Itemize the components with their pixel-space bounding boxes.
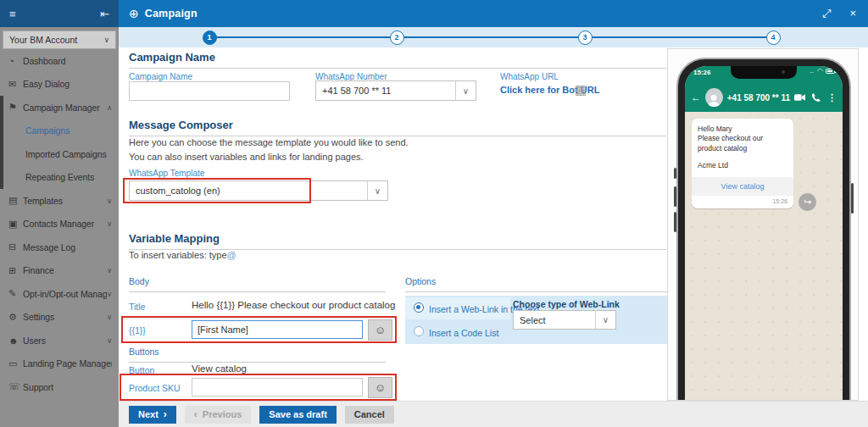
- campaign-manager-group: ⚑ Campaign Manager ∧ Campaigns Imported …: [0, 96, 119, 189]
- dashboard-icon: ◔: [8, 56, 23, 66]
- wizard-footer: Next › ‹ Previous Save as draft Cancel: [119, 401, 868, 427]
- sidebar-item-imported-campaigns[interactable]: Imported Campaigns: [3, 142, 119, 166]
- account-select[interactable]: Your BM Account ∨: [3, 30, 116, 49]
- variable-1-input[interactable]: [192, 320, 363, 339]
- chevron-down-icon: ∨: [107, 313, 112, 321]
- sidebar: ≡ ⇤ Your BM Account ∨ ◔ Dashboard ✉ Easy…: [0, 0, 119, 427]
- options-panel: Insert a Web-Link in the text Insert a C…: [405, 296, 667, 344]
- step-1[interactable]: 1: [203, 30, 217, 45]
- back-arrow-icon[interactable]: ←: [691, 92, 701, 103]
- product-sku-label: Product SKU: [129, 383, 181, 393]
- whatsapp-number-select[interactable]: +41 58 700 ** 11 ∨: [315, 80, 476, 101]
- sidebar-item-campaigns[interactable]: Campaigns: [3, 119, 119, 143]
- codelist-radio[interactable]: [414, 326, 424, 336]
- chat-area: Hello Mary Please checkout our product c…: [685, 112, 843, 401]
- insert-variables-hint: To insert variables: type@: [129, 248, 236, 263]
- section-heading-variable-mapping: Variable Mapping: [129, 232, 666, 250]
- voice-call-icon[interactable]: [812, 90, 821, 105]
- sidebar-item-landing-page-manager[interactable]: ▭ Landing Page Manager: [0, 352, 119, 376]
- video-call-icon[interactable]: [794, 90, 805, 105]
- modal-title: Campaign: [145, 8, 198, 19]
- step-4[interactable]: 4: [766, 30, 781, 45]
- phone-frame: 15:26 ‥ ◠ ← +41 58 700 ** 11: [676, 58, 851, 401]
- plus-circle-icon: ⊕: [129, 7, 139, 20]
- section-heading-message-composer: Message Composer: [129, 119, 666, 136]
- sidebar-item-support[interactable]: ☏ Support: [0, 375, 119, 399]
- sidebar-item-opt-in-out-manager[interactable]: ✎ Opt-in/Opt-out Manager ∨: [0, 282, 119, 306]
- sidebar-item-settings[interactable]: ⚙ Settings ∨: [0, 306, 119, 330]
- emoji-picker-button[interactable]: ☺: [368, 319, 392, 341]
- finance-icon: ⊞: [8, 265, 23, 276]
- collapse-sidebar-icon[interactable]: ⇤: [100, 8, 109, 20]
- view-catalog-button[interactable]: View catalog: [692, 177, 793, 196]
- wizard-stepper: 1 2 3 4: [119, 27, 868, 47]
- previous-button[interactable]: ‹ Previous: [185, 406, 251, 424]
- expand-icon[interactable]: ⤢: [822, 7, 831, 20]
- whatsapp-url-label: WhatsApp URL: [500, 72, 559, 81]
- gear-icon: ⚙: [8, 312, 23, 323]
- sidebar-item-message-log[interactable]: ⊟ Message Log: [0, 236, 119, 259]
- sidebar-item-easy-dialog[interactable]: ✉ Easy Dialog: [0, 73, 119, 97]
- whatsapp-template-select[interactable]: custom_catolog (en) ∨: [129, 180, 388, 201]
- weblink-type-label: Choose type of Web-Link: [513, 299, 620, 309]
- chat-bubble-icon: ✉: [8, 79, 23, 90]
- users-icon: ☻: [8, 336, 23, 346]
- title-value: Hello {{1}} Please checkout our product …: [192, 300, 395, 310]
- sidebar-header: ≡ ⇤: [0, 0, 119, 27]
- buttons-subheading: Buttons: [129, 347, 386, 363]
- signal-icon: ‥: [810, 68, 815, 75]
- contact-name[interactable]: +41 58 700 ** 11: [727, 93, 790, 103]
- phone-screen: 15:26 ‥ ◠ ← +41 58 700 ** 11: [685, 66, 843, 401]
- chevron-up-icon: ∧: [107, 103, 112, 112]
- message-timestamp: 15:26: [698, 196, 787, 206]
- battery-icon: [826, 69, 835, 74]
- campaign-name-input[interactable]: [129, 81, 290, 101]
- section-heading-campaign-name: Campaign Name: [129, 51, 666, 69]
- message-text: Please checkout our product catalog: [698, 134, 787, 153]
- save-as-draft-button[interactable]: Save as draft: [259, 406, 336, 424]
- sidebar-item-contacts-manager[interactable]: ▣ Contacts Manager ∨: [0, 213, 119, 236]
- sidebar-item-repeating-events[interactable]: Repeating Events: [3, 166, 119, 190]
- chevron-down-icon: ∨: [103, 36, 109, 44]
- sidebar-menu: ◔ Dashboard ✉ Easy Dialog ⚑ Campaign Man…: [0, 49, 119, 399]
- body-subheading: Body: [129, 276, 386, 292]
- codelist-radio-label[interactable]: Insert a Code List: [429, 328, 498, 338]
- sidebar-item-finance[interactable]: ⊞ Finance ∨: [0, 259, 119, 283]
- whatsapp-template-label: WhatsApp Template: [129, 169, 204, 178]
- emoji-picker-button[interactable]: ☺: [368, 377, 392, 398]
- chevron-down-icon: ∨: [595, 311, 615, 329]
- contacts-icon: ▣: [8, 219, 23, 230]
- weblink-type-select[interactable]: Select ∨: [513, 310, 616, 330]
- sidebar-item-templates[interactable]: ▤ Templates ∨: [0, 189, 119, 213]
- chevron-down-icon: ∨: [107, 266, 112, 274]
- avatar[interactable]: [705, 88, 723, 107]
- app-window: ≡ ⇤ Your BM Account ∨ ◔ Dashboard ✉ Easy…: [0, 0, 868, 427]
- product-sku-input[interactable]: [192, 378, 363, 396]
- menu-icon[interactable]: ≡: [9, 8, 16, 20]
- composer-description: Here you can choose the message template…: [129, 136, 536, 164]
- message-log-icon: ⊟: [8, 241, 23, 252]
- chevron-right-icon: ›: [164, 408, 167, 420]
- opt-in-out-icon: ✎: [8, 288, 23, 299]
- message-greeting: Hello Mary: [698, 125, 787, 134]
- title-label: Title: [129, 302, 145, 312]
- kebab-menu-icon[interactable]: ⋮: [827, 92, 837, 103]
- sidebar-item-dashboard[interactable]: ◔ Dashboard: [0, 49, 119, 73]
- variable-1-label: {{1}}: [129, 325, 146, 336]
- cancel-button[interactable]: Cancel: [345, 406, 394, 424]
- weblink-radio[interactable]: [414, 302, 424, 313]
- chevron-left-icon: ‹: [194, 408, 198, 420]
- chevron-down-icon: ∨: [455, 81, 476, 100]
- sidebar-item-campaign-manager[interactable]: ⚑ Campaign Manager ∧: [3, 96, 119, 119]
- at-symbol: @: [227, 250, 236, 260]
- chevron-down-icon: ∨: [107, 290, 112, 298]
- close-icon[interactable]: ×: [849, 7, 856, 20]
- next-button[interactable]: Next ›: [129, 406, 176, 424]
- qr-code-icon[interactable]: ▦: [575, 83, 587, 96]
- forward-icon[interactable]: ↪: [798, 193, 816, 211]
- button-label: Button: [129, 365, 154, 375]
- status-time: 15:26: [693, 69, 710, 76]
- step-3[interactable]: 3: [578, 30, 593, 45]
- step-2[interactable]: 2: [390, 30, 404, 45]
- sidebar-item-users[interactable]: ☻ Users ∨: [0, 329, 119, 352]
